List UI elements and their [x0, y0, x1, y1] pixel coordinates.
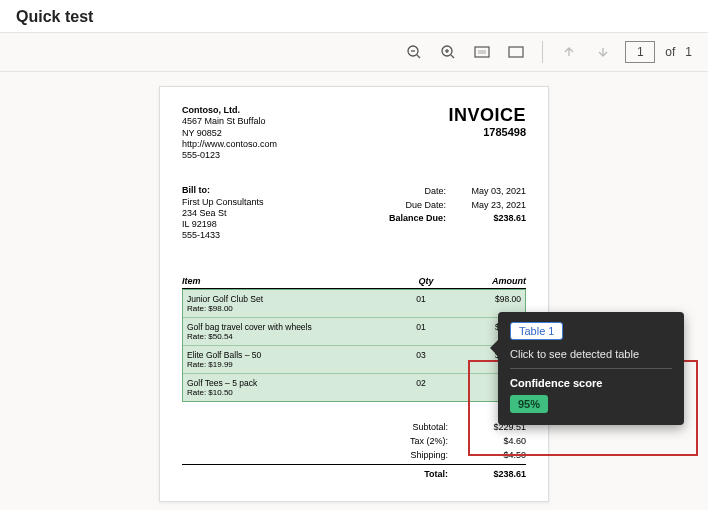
- page-number-input[interactable]: 1: [625, 41, 655, 63]
- popover-hint: Click to see detected table: [510, 348, 672, 360]
- page-title: Quick test: [0, 0, 708, 32]
- detected-table-region[interactable]: Junior Golf Club SetRate: $98.00 01 $98.…: [182, 289, 526, 402]
- item-qty: 02: [391, 378, 451, 397]
- tax-label: Tax (2%):: [388, 436, 448, 446]
- zoom-out-icon[interactable]: [402, 40, 426, 64]
- balance-due-value: $238.61: [464, 212, 526, 226]
- viewer-toolbar: 1 of 1: [0, 32, 708, 72]
- item-rate: Rate: $10.50: [187, 388, 391, 397]
- total-value: $238.61: [466, 469, 526, 479]
- page-total: 1: [685, 45, 692, 59]
- table-row: Junior Golf Club SetRate: $98.00 01 $98.…: [183, 290, 525, 317]
- item-name: Elite Golf Balls – 50: [187, 350, 391, 360]
- table-row: Golf Tees – 5 packRate: $10.50 02 $21: [183, 373, 525, 401]
- confidence-label: Confidence score: [510, 377, 672, 389]
- bill-to-phone: 555-1433: [182, 230, 264, 241]
- shipping-label: Shipping:: [388, 450, 448, 460]
- item-rate: Rate: $19.99: [187, 360, 391, 369]
- table-row: Elite Golf Balls – 50Rate: $19.99 03 $59…: [183, 345, 525, 373]
- from-street: 4567 Main St Buffalo: [182, 116, 277, 127]
- bill-to-name: First Up Consultants: [182, 197, 264, 208]
- item-qty: 01: [391, 294, 451, 313]
- separator: [510, 368, 672, 369]
- svg-line-4: [451, 55, 454, 58]
- due-date-label: Due Date:: [386, 199, 446, 213]
- zoom-in-icon[interactable]: [436, 40, 460, 64]
- invoice-number: 1785498: [448, 126, 526, 138]
- total-label: Total:: [388, 469, 448, 479]
- item-qty: 01: [391, 322, 451, 341]
- tax-value: $4.60: [466, 436, 526, 446]
- confidence-badge: 95%: [510, 395, 548, 413]
- bill-to-street: 234 Sea St: [182, 208, 264, 219]
- from-citystate: NY 90852: [182, 128, 277, 139]
- next-page-icon: [591, 40, 615, 64]
- item-amount: $98.00: [451, 294, 521, 313]
- from-company: Contoso, Ltd.: [182, 105, 277, 116]
- item-rate: Rate: $98.00: [187, 304, 391, 313]
- svg-rect-8: [478, 50, 486, 54]
- col-item: Item: [182, 276, 396, 286]
- due-date-value: May 23, 2021: [464, 199, 526, 213]
- svg-rect-9: [509, 47, 523, 57]
- col-amount: Amount: [456, 276, 526, 286]
- fullscreen-icon[interactable]: [504, 40, 528, 64]
- table-header: Item Qty Amount: [182, 276, 526, 289]
- from-address: Contoso, Ltd. 4567 Main St Buffalo NY 90…: [182, 105, 277, 161]
- col-qty: Qty: [396, 276, 456, 286]
- balance-due-label: Balance Due:: [386, 212, 446, 226]
- from-phone: 555-0123: [182, 150, 277, 161]
- page-of-label: of: [665, 45, 675, 59]
- bill-to-block: Bill to: First Up Consultants 234 Sea St…: [182, 185, 264, 241]
- prev-page-icon: [557, 40, 581, 64]
- invoice-document: Contoso, Ltd. 4567 Main St Buffalo NY 90…: [159, 86, 549, 502]
- item-name: Junior Golf Club Set: [187, 294, 391, 304]
- shipping-value: $4.50: [466, 450, 526, 460]
- item-rate: Rate: $50.54: [187, 332, 391, 341]
- subtotal-label: Subtotal:: [388, 422, 448, 432]
- from-url: http://www.contoso.com: [182, 139, 277, 150]
- fit-width-icon[interactable]: [470, 40, 494, 64]
- date-label: Date:: [386, 185, 446, 199]
- bill-to-label: Bill to:: [182, 185, 264, 196]
- invoice-title: INVOICE: [448, 105, 526, 126]
- separator: [542, 41, 543, 63]
- table-row: Golf bag travel cover with wheelsRate: $…: [183, 317, 525, 345]
- item-name: Golf Tees – 5 pack: [187, 378, 391, 388]
- bill-to-citystate: IL 92198: [182, 219, 264, 230]
- item-name: Golf bag travel cover with wheels: [187, 322, 391, 332]
- date-value: May 03, 2021: [464, 185, 526, 199]
- item-qty: 03: [391, 350, 451, 369]
- totals-block: Subtotal:$229.51 Tax (2%):$4.60 Shipping…: [182, 420, 526, 481]
- viewer-stage: Contoso, Ltd. 4567 Main St Buffalo NY 90…: [0, 72, 708, 510]
- table-tag[interactable]: Table 1: [510, 322, 563, 340]
- table-popover[interactable]: Table 1 Click to see detected table Conf…: [498, 312, 684, 425]
- svg-line-1: [417, 55, 420, 58]
- dates-block: Date:May 03, 2021 Due Date:May 23, 2021 …: [386, 185, 526, 241]
